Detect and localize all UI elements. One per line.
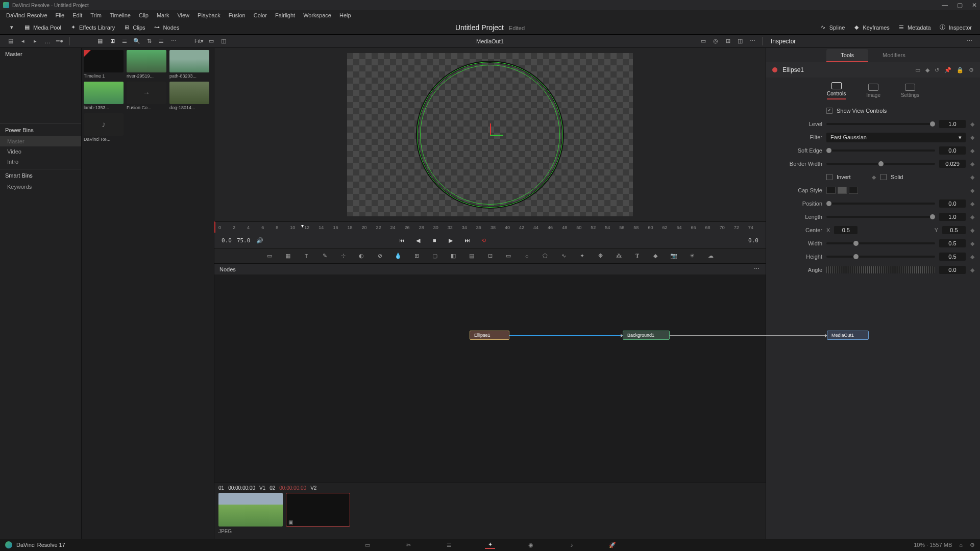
slider-icon[interactable]: ━● xyxy=(55,37,64,46)
center-y-value[interactable]: 0.5 xyxy=(942,226,966,234)
first-frame-button[interactable]: ⏮ xyxy=(397,236,406,245)
metadata-button[interactable]: ☰Metadata xyxy=(894,22,935,33)
node-background1[interactable]: Background1 xyxy=(623,331,670,340)
width-slider[interactable] xyxy=(826,242,935,244)
maximize-button[interactable]: ▢ xyxy=(957,2,963,9)
wire-bg-out[interactable] xyxy=(670,335,827,336)
close-button[interactable]: ✕ xyxy=(972,2,977,9)
nodes-options-icon[interactable]: ⋯ xyxy=(754,266,761,272)
menu-workspace[interactable]: Workspace xyxy=(299,11,335,19)
page-media[interactable]: ▭ xyxy=(362,541,373,549)
stop-button[interactable]: ■ xyxy=(430,236,439,245)
softedge-value[interactable]: 0.0 xyxy=(939,146,966,155)
angle-value[interactable]: 0.0 xyxy=(939,266,966,274)
softedge-keyframe[interactable]: ◆ xyxy=(970,147,975,154)
single-view-icon[interactable]: ▭ xyxy=(699,37,708,46)
length-value[interactable]: 1.0 xyxy=(939,213,966,221)
level-value[interactable]: 1.0 xyxy=(939,120,966,128)
particles-icon[interactable]: ✦ xyxy=(577,252,586,261)
position-slider[interactable] xyxy=(826,203,935,205)
filter-icon[interactable]: ☰ xyxy=(157,37,166,46)
show-view-controls-check[interactable] xyxy=(826,108,832,114)
tracker-tool-icon[interactable]: ⊹ xyxy=(338,252,348,261)
media-lamb[interactable]: lamb-1353... xyxy=(84,82,124,110)
softedge-slider[interactable] xyxy=(826,149,935,152)
page-fairlight[interactable]: ♪ xyxy=(567,541,577,549)
cap-round[interactable] xyxy=(838,187,847,194)
media-dog[interactable]: dog-18014... xyxy=(169,82,209,110)
page-edit[interactable]: ☰ xyxy=(444,541,454,549)
menu-mark[interactable]: Mark xyxy=(153,11,173,19)
proptab-controls[interactable]: Controls xyxy=(827,82,846,99)
center-x-value[interactable]: 0.5 xyxy=(834,226,857,234)
height-keyframe[interactable]: ◆ xyxy=(970,254,975,260)
smart-bins-header[interactable]: Smart Bins xyxy=(0,169,81,182)
clip-thumb-1[interactable] xyxy=(218,493,283,527)
clip-thumb-2-selected[interactable] xyxy=(286,493,350,527)
background-tool-icon[interactable]: ▭ xyxy=(265,252,274,261)
time-ruler[interactable]: ▾ 02468101214161820222426283032343638404… xyxy=(214,221,766,233)
loop-button[interactable]: ⟲ xyxy=(479,236,488,245)
inspector-button[interactable]: ⓘInspector xyxy=(935,22,976,33)
menu-clip[interactable]: Clip xyxy=(135,11,153,19)
light-icon[interactable]: ☀ xyxy=(688,252,697,261)
version-icon[interactable]: ▭ xyxy=(915,67,920,73)
filter-select[interactable]: Fast Gaussian▾ xyxy=(826,133,966,142)
keyframes-button[interactable]: ◆Keyframes xyxy=(849,22,894,33)
tab-modifiers[interactable]: Modifiers xyxy=(868,49,920,62)
camera3d-icon[interactable]: 📷 xyxy=(669,252,678,261)
expand-button[interactable]: ▾ xyxy=(4,22,19,33)
brightness-tool-icon[interactable]: ◐ xyxy=(357,252,366,261)
media-fusion-comp[interactable]: Fusion Co... xyxy=(127,82,166,110)
view1-icon[interactable]: ▭ xyxy=(207,37,216,46)
settings-gear-icon[interactable]: ⚙ xyxy=(969,67,974,73)
angle-wheel[interactable] xyxy=(826,266,935,273)
roi-icon[interactable]: ◎ xyxy=(711,37,720,46)
page-cut[interactable]: ✂ xyxy=(403,541,413,549)
step-back-button[interactable]: ◀ xyxy=(413,236,423,245)
color-tool-icon[interactable]: ⊘ xyxy=(375,252,384,261)
matte-tool-icon[interactable]: ◧ xyxy=(449,252,458,261)
invert-check[interactable] xyxy=(826,174,832,180)
nav-fwd-icon[interactable]: ▸ xyxy=(31,37,40,46)
viewer[interactable] xyxy=(214,48,766,221)
fastnoise-tool-icon[interactable]: ▦ xyxy=(283,252,292,261)
borderwidth-slider[interactable] xyxy=(826,163,935,165)
blur-tool-icon[interactable]: 💧 xyxy=(394,252,403,261)
smartbin-keywords[interactable]: Keywords xyxy=(0,182,81,192)
nav-back-icon[interactable]: ◂ xyxy=(18,37,28,46)
transform-tool-icon[interactable]: ▢ xyxy=(430,252,439,261)
master-bin[interactable]: Master xyxy=(0,48,81,60)
proptab-settings[interactable]: Settings xyxy=(901,84,919,98)
split-icon[interactable]: ◫ xyxy=(736,37,745,46)
menu-fusion[interactable]: Fusion xyxy=(225,11,250,19)
powerbin-master[interactable]: Master xyxy=(0,136,81,146)
borderwidth-keyframe[interactable]: ◆ xyxy=(970,161,975,167)
menu-edit[interactable]: Edit xyxy=(68,11,86,19)
polygon-mask-icon[interactable]: ⬠ xyxy=(541,252,550,261)
lock-icon[interactable]: 🔒 xyxy=(957,67,964,73)
options-icon[interactable]: ⋯ xyxy=(169,37,178,46)
shape3d-icon[interactable]: ◆ xyxy=(651,252,660,261)
duration[interactable]: 75.0 xyxy=(237,237,251,244)
fit-dropdown[interactable]: Fit▾ xyxy=(194,37,204,46)
prender-icon[interactable]: ❋ xyxy=(596,252,605,261)
menu-trim[interactable]: Trim xyxy=(86,11,106,19)
width-value[interactable]: 0.5 xyxy=(939,239,966,247)
grid-overlay-icon[interactable]: ⊞ xyxy=(723,37,732,46)
last-frame-button[interactable]: ⏭ xyxy=(462,236,472,245)
height-slider[interactable] xyxy=(826,256,935,258)
menu-color[interactable]: Color xyxy=(250,11,271,19)
list-view-icon[interactable]: ☰ xyxy=(120,37,129,46)
solid-keyframe[interactable]: ◆ xyxy=(970,174,975,181)
position-keyframe[interactable]: ◆ xyxy=(970,201,975,207)
grid-view-icon[interactable]: ⊞ xyxy=(108,37,117,46)
inspector-options-icon[interactable]: ⋯ xyxy=(965,37,974,46)
pspawn-icon[interactable]: ⁂ xyxy=(614,252,623,261)
more-icon[interactable]: … xyxy=(43,37,52,46)
search-icon[interactable]: 🔍 xyxy=(132,37,141,46)
rectangle-mask-icon[interactable]: ▭ xyxy=(504,252,513,261)
menu-timeline[interactable]: Timeline xyxy=(106,11,135,19)
length-keyframe[interactable]: ◆ xyxy=(970,214,975,220)
tab-tools[interactable]: Tools xyxy=(826,49,868,62)
